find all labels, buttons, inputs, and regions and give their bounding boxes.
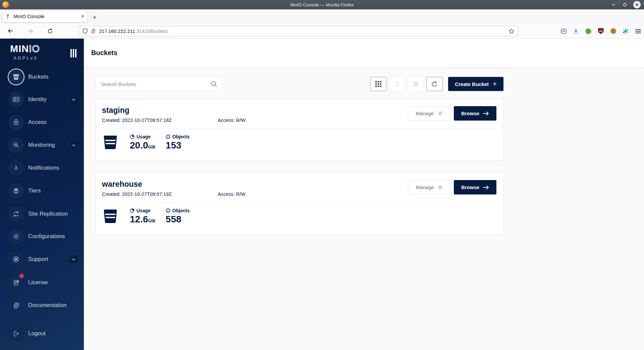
- license-notification-badge: [19, 274, 24, 278]
- downloads-icon[interactable]: [573, 28, 579, 35]
- delete-buckets-button[interactable]: [408, 77, 424, 91]
- documentation-icon: [8, 298, 24, 313]
- objects-icon: [166, 208, 170, 213]
- manage-button[interactable]: Manage: [408, 180, 451, 194]
- sidebar-item-buckets[interactable]: Buckets: [0, 69, 84, 85]
- browse-button[interactable]: Browse: [454, 180, 496, 194]
- bucket-icon: [102, 134, 119, 151]
- screen: MinIO Console — Mozilla Firefox ✕ MinIO …: [0, 0, 644, 350]
- cookie-extension-icon[interactable]: [610, 28, 616, 35]
- create-bucket-button[interactable]: Create Bucket +: [448, 77, 503, 91]
- reload-button[interactable]: [44, 26, 56, 36]
- bookmark-star-icon[interactable]: [508, 28, 515, 34]
- pocket-icon[interactable]: [560, 28, 567, 35]
- search-buckets-input[interactable]: [95, 77, 222, 91]
- plus-icon: +: [493, 81, 497, 87]
- bucket-actions: Manage Browse: [408, 180, 496, 197]
- url-host: 217.160.222.211: [99, 29, 135, 34]
- extension-green-icon[interactable]: [585, 28, 592, 35]
- sidebar-item-label: Logout: [28, 330, 46, 337]
- minio-logo: MINIO: [10, 44, 40, 54]
- tab-minio-console[interactable]: MinIO Console ×: [2, 10, 88, 23]
- create-bucket-label: Create Bucket: [455, 81, 489, 87]
- bucket-name: warehouse: [102, 180, 246, 188]
- refresh-icon: [431, 81, 438, 87]
- bucket-icon: [8, 69, 24, 85]
- sidebar-collapse-icon[interactable]: [70, 49, 76, 57]
- window-minimize-button[interactable]: [610, 2, 616, 8]
- new-tab-button[interactable]: +: [93, 13, 97, 21]
- set-replication-button[interactable]: [389, 77, 405, 91]
- extension-asterisk-icon[interactable]: [622, 28, 629, 35]
- sidebar-item-license[interactable]: License: [0, 275, 84, 290]
- window-controls: ✕: [610, 0, 641, 9]
- usage-stat: Usage 12.6GiB: [130, 208, 155, 225]
- manage-label: Manage: [416, 184, 434, 190]
- sidebar-item-site-replication[interactable]: Site Replication: [0, 206, 84, 222]
- sidebar-item-label: Documentation: [28, 302, 66, 309]
- ublock-origin-icon[interactable]: uO: [597, 28, 604, 35]
- sidebar-item-access[interactable]: Access: [0, 115, 84, 130]
- url-bar[interactable]: 217.160.222.211:31429/buckets: [79, 26, 518, 36]
- minio-favicon-icon: [6, 14, 10, 19]
- usage-unit: GiB: [148, 219, 155, 223]
- sidebar: MINIO AGPLv3 Buckets Identity: [0, 39, 84, 350]
- bucket-created: Created: 2022-10-27T09:57:18Z: [102, 118, 218, 123]
- manage-button[interactable]: Manage: [408, 106, 451, 121]
- tab-strip: MinIO Console × +: [0, 9, 644, 24]
- logout-icon: [8, 326, 24, 341]
- usage-label: Usage: [137, 208, 151, 213]
- objects-value: 558: [166, 214, 190, 225]
- bucket-actions: Manage Browse: [408, 106, 496, 123]
- chevron-up-icon[interactable]: [70, 256, 77, 263]
- search-wrap: [95, 77, 222, 91]
- back-button[interactable]: [5, 26, 16, 36]
- bucket-access: Access: R/W: [218, 118, 246, 123]
- identity-card-icon: [8, 92, 24, 107]
- sidebar-item-label: Access: [28, 119, 47, 126]
- lock-icon: [8, 115, 24, 130]
- sidebar-item-label: Configurations: [28, 233, 65, 240]
- window-close-button[interactable]: ✕: [633, 1, 641, 8]
- lifebuoy-icon: [8, 252, 24, 267]
- window-maximize-button[interactable]: [622, 2, 628, 8]
- sidebar-item-label: Site Replication: [28, 211, 68, 217]
- sidebar-item-configurations[interactable]: Configurations: [0, 229, 84, 244]
- bucket-card-staging: staging Created: 2022-10-27T09:57:18Z Ac…: [95, 99, 503, 161]
- bucket-icon: [102, 208, 119, 225]
- sidebar-item-tiers[interactable]: Tiers: [0, 183, 84, 199]
- insecure-lock-icon[interactable]: [91, 28, 96, 34]
- firefox-logo-icon: [2, 1, 9, 8]
- lambda-icon: λ: [8, 160, 24, 176]
- usage-pie-icon: [130, 208, 135, 213]
- manage-label: Manage: [416, 111, 434, 116]
- chevron-up-icon[interactable]: [70, 141, 77, 149]
- objects-icon: [166, 134, 170, 139]
- sidebar-item-documentation[interactable]: Documentation: [0, 298, 84, 313]
- browse-label: Browse: [461, 111, 479, 116]
- replication-icon: [394, 81, 400, 87]
- tab-close-icon[interactable]: ×: [81, 14, 84, 19]
- gear-icon: [437, 184, 443, 190]
- url-text: 217.160.222.211:31429/buckets: [99, 28, 505, 34]
- grid-icon: [375, 81, 381, 87]
- arrow-right-icon: [483, 185, 489, 190]
- refresh-buckets-button[interactable]: [426, 77, 443, 91]
- bucket-card-warehouse: warehouse Created: 2022-10-27T09:57:19Z …: [95, 173, 503, 235]
- browse-button[interactable]: Browse: [454, 106, 496, 121]
- sidebar-item-identity[interactable]: Identity: [0, 92, 84, 107]
- chevron-up-icon[interactable]: [70, 96, 77, 103]
- search-icon: [211, 81, 217, 87]
- sidebar-item-label: Support: [28, 256, 48, 263]
- forward-button[interactable]: [25, 26, 36, 36]
- sidebar-item-support[interactable]: Support: [0, 252, 84, 267]
- sidebar-item-logout[interactable]: Logout: [0, 326, 84, 341]
- grid-view-button[interactable]: [370, 77, 386, 91]
- sidebar-item-monitoring[interactable]: Monitoring: [0, 137, 84, 153]
- gear-icon: [8, 229, 24, 244]
- objects-label: Objects: [172, 134, 190, 139]
- sidebar-item-notifications[interactable]: λ Notifications: [0, 160, 84, 176]
- replication-icon: [8, 206, 24, 222]
- shield-icon[interactable]: [83, 28, 88, 34]
- menu-hamburger-icon[interactable]: [635, 28, 641, 35]
